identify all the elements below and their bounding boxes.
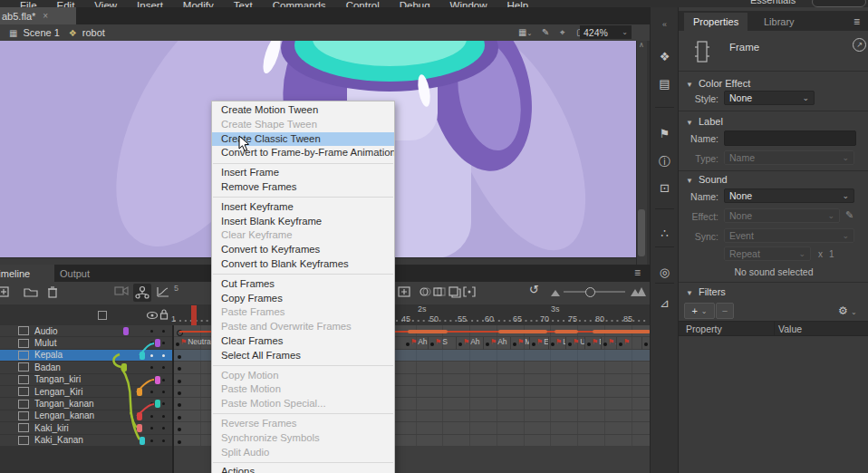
- mouth-keyframe-cell[interactable]: ⚑S: [429, 337, 457, 349]
- layer-visibility-dot[interactable]: [150, 391, 153, 393]
- layer-row-tangan-kanan[interactable]: Tangan_kanan: [0, 398, 172, 410]
- layer-lock-dot[interactable]: [162, 379, 165, 381]
- layer-lock-dot[interactable]: [162, 391, 165, 393]
- edit-envelope-icon[interactable]: ✎: [845, 209, 854, 221]
- mouth-keyframe-cell[interactable]: ⚑Neutral: [174, 337, 217, 349]
- layer-lock-dot[interactable]: [162, 427, 165, 430]
- new-layer-icon[interactable]: [0, 285, 10, 298]
- menu-item-paste-frames[interactable]: Paste Frames: [212, 305, 394, 320]
- mouth-keyframe-cell[interactable]: ⚑E: [530, 337, 549, 349]
- mouth-keyframe-cell[interactable]: ⚑D: [585, 337, 602, 349]
- camera-icon[interactable]: [114, 285, 129, 296]
- menu-item-create-shape-tween[interactable]: Create Shape Tween: [212, 118, 394, 132]
- layer-visibility-dot[interactable]: [150, 354, 153, 357]
- section-color-effect[interactable]: ▼Color Effect: [686, 78, 750, 89]
- layer-row-kaki-kanan[interactable]: Kaki_Kanan: [0, 435, 172, 447]
- menu-item-actions[interactable]: Actions: [212, 465, 394, 473]
- menu-item-paste-motion[interactable]: Paste Motion: [212, 382, 394, 397]
- frame-options-icon[interactable]: ↗: [853, 38, 866, 52]
- section-label[interactable]: ▼Label: [686, 116, 723, 127]
- menubar-item-debug[interactable]: Debug: [400, 0, 430, 7]
- zoom-out-timeline-icon[interactable]: [551, 289, 560, 296]
- layer-visibility-dot[interactable]: [150, 402, 153, 405]
- sound-name-dropdown[interactable]: None⌄: [724, 188, 854, 203]
- add-filter-button[interactable]: +⌄: [684, 303, 715, 319]
- layer-lock-dot[interactable]: [162, 342, 165, 344]
- eye-icon[interactable]: [146, 311, 159, 320]
- layer-lock-dot[interactable]: [162, 366, 165, 369]
- layer-row-tangan-kiri[interactable]: Tangan_kiri: [0, 374, 172, 386]
- menu-item-insert-frame[interactable]: Insert Frame: [212, 166, 394, 180]
- layer-visibility-dot[interactable]: [150, 379, 153, 381]
- delete-layer-icon[interactable]: [47, 285, 58, 298]
- menu-item-synchronize-symbols[interactable]: Synchronize Symbols: [212, 431, 394, 446]
- tab-output[interactable]: Output: [60, 265, 90, 282]
- close-tab-icon[interactable]: ×: [43, 11, 48, 21]
- zoom-in-timeline-icon[interactable]: [631, 287, 647, 296]
- loop-playback-icon[interactable]: ↺: [529, 283, 539, 296]
- zoom-level-select[interactable]: 424% ⌄: [580, 25, 632, 39]
- layer-lock-dot[interactable]: [162, 330, 165, 333]
- menubar-item-window[interactable]: Window: [450, 0, 487, 7]
- menubar-item-modify[interactable]: Modify: [183, 0, 214, 7]
- menubar-item-commands[interactable]: Commands: [273, 0, 326, 7]
- menu-item-remove-frames[interactable]: Remove Frames: [212, 180, 394, 195]
- modify-markers-icon[interactable]: [463, 285, 476, 298]
- timeline-zoom-slider[interactable]: [564, 291, 625, 293]
- menu-item-insert-blank-keyframe[interactable]: Insert Blank Keyframe: [212, 215, 394, 229]
- scene-clapperboard-icon[interactable]: ▦: [9, 28, 17, 38]
- outline-column-icon[interactable]: [98, 311, 107, 320]
- menubar-item-help[interactable]: Help: [507, 0, 529, 7]
- scroll-up-icon[interactable]: ∧: [639, 41, 644, 49]
- layer-parenting-button[interactable]: [133, 284, 151, 302]
- layer-row-lengan-kanan[interactable]: Lengan_kanan: [0, 410, 172, 422]
- mouth-keyframe-cell[interactable]: ⚑Ah: [404, 337, 429, 349]
- document-tab[interactable]: ab5.fla* ×: [0, 7, 76, 24]
- mouth-keyframe-cell[interactable]: ⚑Ah: [457, 337, 484, 349]
- panel-menu-icon[interactable]: ≡: [634, 266, 641, 279]
- section-sound[interactable]: ▼Sound: [686, 174, 728, 185]
- info-icon[interactable]: ⓘ: [651, 154, 679, 170]
- menubar-item-view[interactable]: View: [94, 0, 117, 7]
- mouth-keyframe-cell[interactable]: ⚑...: [602, 337, 617, 349]
- menubar-item-text[interactable]: Text: [234, 0, 253, 7]
- creative-cloud-icon[interactable]: ◎: [651, 265, 679, 279]
- mouth-keyframe-cell[interactable]: ⚑L: [549, 337, 566, 349]
- layer-visibility-dot[interactable]: [150, 415, 153, 418]
- menu-item-select-all-frames[interactable]: Select All Frames: [212, 349, 394, 363]
- collapse-panels-icon[interactable]: «: [651, 20, 679, 29]
- layer-visibility-dot[interactable]: [150, 439, 153, 442]
- chart-icon[interactable]: ⊿: [651, 296, 679, 310]
- layer-visibility-dot[interactable]: [150, 330, 153, 333]
- flag-icon[interactable]: ⚑: [651, 127, 679, 140]
- layer-row-lengan-kiri[interactable]: Lengan_Kiri: [0, 386, 172, 398]
- breadcrumb-scene[interactable]: Scene 1: [23, 27, 59, 38]
- swatches-icon[interactable]: ❖: [651, 50, 679, 63]
- layer-row-kaki-kiri[interactable]: Kaki_kiri: [0, 422, 172, 434]
- menu-item-create-motion-tween[interactable]: Create Motion Tween: [212, 103, 394, 118]
- edit-multiple-frames-icon[interactable]: [448, 285, 461, 298]
- layer-lock-dot[interactable]: [162, 354, 165, 357]
- graph-editor-icon[interactable]: [156, 285, 170, 298]
- layer-row-kepala[interactable]: Kepala: [0, 350, 172, 362]
- menubar-item-file[interactable]: File: [20, 0, 37, 7]
- menu-item-cut-frames[interactable]: Cut Frames: [212, 277, 394, 292]
- menubar-item-insert[interactable]: Insert: [137, 0, 163, 7]
- transform-icon[interactable]: ⊡: [651, 181, 679, 195]
- menu-item-paste-motion-special[interactable]: Paste Motion Special...: [212, 397, 394, 411]
- menu-item-insert-keyframe[interactable]: Insert Keyframe: [212, 200, 394, 215]
- menubar-item-edit[interactable]: Edit: [57, 0, 75, 7]
- menu-item-split-audio[interactable]: Split Audio: [212, 446, 394, 460]
- scrollbar-thumb[interactable]: [638, 209, 645, 256]
- onion-skin-outline-icon[interactable]: [433, 285, 446, 298]
- panel-menu-icon[interactable]: ≡: [854, 15, 860, 28]
- tab-timeline[interactable]: Timeline: [0, 265, 54, 282]
- layer-visibility-dot[interactable]: [150, 427, 153, 430]
- workspace-switcher[interactable]: Essentials: [750, 0, 796, 5]
- edit-symbol-button[interactable]: ✎: [542, 27, 549, 37]
- menu-item-paste-and-overwrite-frames[interactable]: Paste and Overwrite Frames: [212, 320, 394, 334]
- layer-lock-dot[interactable]: [162, 415, 165, 418]
- edit-scene-button[interactable]: ▦⌄: [518, 27, 532, 37]
- filter-options-button[interactable]: ⚙ ⌄: [838, 304, 857, 317]
- menu-item-reverse-frames[interactable]: Reverse Frames: [212, 417, 394, 431]
